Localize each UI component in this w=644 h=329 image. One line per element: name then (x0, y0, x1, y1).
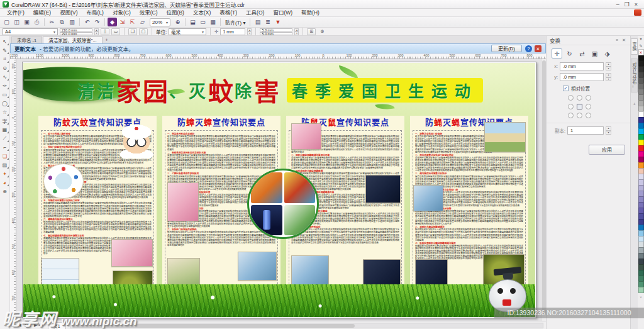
copies-field[interactable]: 1 (567, 126, 604, 135)
menu-编辑(E)[interactable]: 编辑(E) (29, 9, 55, 17)
menu-工具(O)[interactable]: 工具(O) (242, 9, 269, 17)
menu-表格(T)[interactable]: 表格(T) (215, 9, 242, 17)
anchor-point[interactable] (568, 113, 574, 118)
color-swatch[interactable] (638, 287, 644, 293)
menu-效果(C)[interactable]: 效果(C) (135, 9, 162, 17)
options-button[interactable]: ▤ (253, 18, 262, 26)
zoom-level-select[interactable]: 20%▾ (150, 18, 170, 26)
position-transform-button[interactable]: ✛ (552, 48, 562, 59)
vertical-ruler[interactable]: 2001000100200300400500600700 (10, 59, 16, 321)
menu-视图(V)[interactable]: 视图(V) (55, 9, 82, 17)
docker-collapse-icon[interactable]: » (616, 38, 619, 42)
skew-transform-button[interactable]: ⬗ (602, 48, 613, 59)
copies-spinner[interactable]: ▴▾ (606, 126, 611, 135)
show-grid-button[interactable]: ▦ (208, 18, 218, 26)
crop-tool[interactable]: ⌗ (1, 55, 9, 64)
scale-mirror-transform-button[interactable]: ⇄ (577, 48, 587, 59)
infobar-close-icon[interactable]: ✕ (535, 45, 541, 52)
x-position-field[interactable]: .0 mm (560, 62, 604, 70)
rotate-transform-button[interactable]: ↻ (564, 48, 575, 59)
nudge-spinner[interactable]: ▴▾ (247, 28, 252, 35)
copy-button[interactable]: ⧉ (57, 18, 67, 26)
update-text-button[interactable]: 更新(D) (491, 45, 522, 52)
document-tab[interactable]: 清洁家园、灭蚊除害"... (43, 36, 102, 43)
palette-tool-icon[interactable]: ▾ (640, 36, 641, 43)
table-tool[interactable]: ▦ (1, 125, 9, 134)
export-button[interactable]: ⇱ (128, 18, 137, 26)
import-button[interactable]: ⇲ (118, 18, 127, 26)
duplicate-x-field[interactable]: 5.0 mm (260, 28, 292, 31)
docker-button[interactable]: ≣ (263, 18, 272, 26)
customize-toolbox-button[interactable]: ⊕ (1, 187, 9, 196)
vertical-scrollbar[interactable] (541, 59, 546, 321)
artistic-media-tool[interactable]: ✑ (1, 81, 9, 90)
anchor-point[interactable] (586, 113, 591, 118)
page-height-field[interactable]: 297.0 mm (60, 32, 92, 35)
zoom-tool[interactable]: ⊙ (1, 64, 9, 72)
menu-布局(L)[interactable]: 布局(L) (82, 9, 108, 17)
close-button[interactable]: × (635, 1, 638, 8)
add-docker-button[interactable]: + (633, 101, 636, 107)
document-tab[interactable]: 未命名 -1 (11, 36, 42, 43)
connector-tool[interactable]: ⌐ (1, 143, 9, 152)
y-spinner[interactable]: ▴▾ (606, 73, 611, 81)
new-document-button[interactable]: ▢ (2, 18, 11, 26)
menu-帮助(H)[interactable]: 帮助(H) (297, 9, 324, 17)
docker-side-tab[interactable]: 对齐与分布… (631, 59, 638, 92)
minimize-button[interactable]: – (616, 1, 619, 8)
units-select[interactable]: 毫米▾ (169, 28, 206, 35)
x-spinner[interactable]: ▴▾ (606, 62, 611, 70)
relative-position-checkbox[interactable]: ✓ 相对位置 (547, 82, 630, 93)
docker-side-tab[interactable]: 变换 (631, 38, 638, 55)
pick-tool[interactable]: ↖ (1, 37, 9, 46)
palette-scroll-down-icon[interactable]: ⌄ (639, 294, 642, 298)
y-position-field[interactable]: .0 mm (560, 73, 604, 81)
shape-tool[interactable]: ✎ (1, 46, 9, 55)
anchor-point[interactable] (577, 95, 582, 101)
treat-as-filled-button[interactable]: ⊞ (307, 28, 316, 35)
freehand-tool[interactable]: ∿ (1, 72, 9, 81)
no-color-swatch[interactable] (638, 49, 644, 55)
ellipse-tool[interactable]: ◯ (1, 99, 9, 108)
menu-窗口(W)[interactable]: 窗口(W) (269, 9, 297, 17)
add-document-tab-button[interactable]: + (103, 36, 111, 43)
landscape-button[interactable]: ▭ (111, 28, 120, 35)
page-size-spinner[interactable]: ▴▾ (94, 28, 99, 35)
polygon-tool[interactable]: ☆ (1, 108, 9, 116)
portrait-button[interactable]: ▯ (101, 28, 109, 35)
anchor-point[interactable] (568, 104, 574, 109)
anchor-point[interactable] (586, 95, 591, 101)
anchor-point[interactable] (568, 95, 574, 101)
text-tool[interactable]: 字 (1, 116, 9, 125)
redo-button[interactable]: ↷ (92, 18, 102, 26)
save-button[interactable]: ▣ (22, 18, 31, 26)
open-button[interactable]: ◫ (12, 18, 21, 26)
publish-pdf-button[interactable]: ▱ (138, 18, 147, 26)
duplicate-y-field[interactable]: 5.0 mm (260, 32, 292, 35)
apply-button[interactable]: 应用 (589, 145, 625, 155)
search-content-button[interactable]: ◆ (108, 18, 117, 26)
drop-shadow-tool[interactable]: ❏ (1, 152, 9, 160)
paste-button[interactable]: ▥ (67, 18, 77, 26)
menu-文本(X)[interactable]: 文本(X) (189, 9, 215, 17)
help-icon[interactable]: ? (525, 45, 532, 52)
anchor-point-grid[interactable] (568, 95, 630, 120)
undo-button[interactable]: ↶ (82, 18, 92, 26)
snap-to-button[interactable]: 贴齐(T) ▾ (223, 19, 247, 26)
duplicate-spinner[interactable]: ▴▾ (294, 28, 299, 35)
anchor-point[interactable] (586, 104, 591, 109)
zoom-tool-button[interactable]: ⊕ (173, 18, 182, 26)
anchor-point[interactable] (577, 113, 582, 118)
menu-对象(C)[interactable]: 对象(C) (108, 9, 135, 17)
horizontal-scrollbar[interactable] (70, 323, 543, 328)
fullscreen-preview-button[interactable]: ⬓ (188, 18, 197, 26)
menu-文件(F)[interactable]: 文件(F) (3, 9, 29, 17)
rectangle-tool[interactable]: ▭ (1, 90, 9, 99)
page-width-field[interactable]: 210.0 mm (60, 28, 92, 31)
transparency-tool[interactable]: ▨ (1, 160, 9, 169)
print-button[interactable]: ⎙ (32, 18, 42, 26)
anchor-point[interactable] (577, 104, 582, 109)
dimension-tool[interactable]: ⟋ (1, 134, 9, 143)
show-rulers-button[interactable]: ▭ (198, 18, 208, 26)
launcher-button[interactable]: ▼ (273, 18, 282, 26)
